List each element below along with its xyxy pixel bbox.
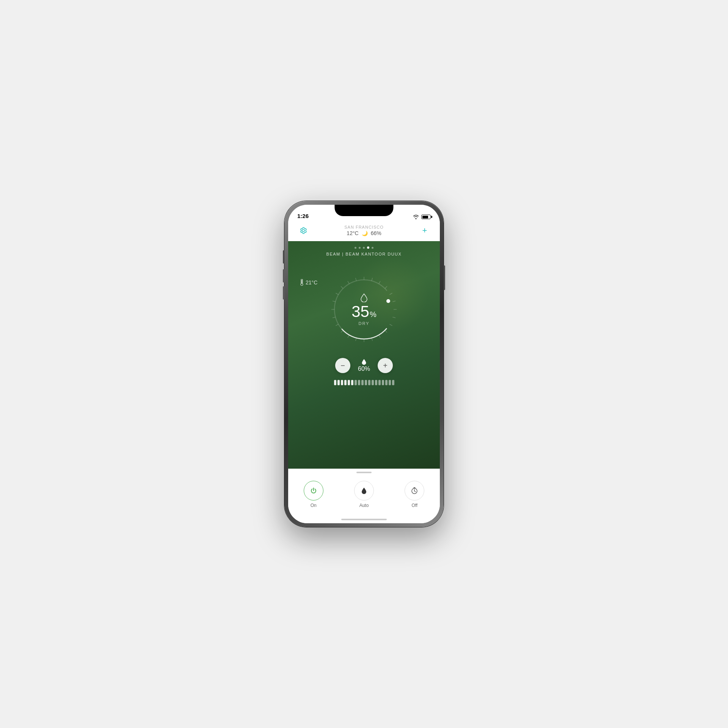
page-dot-4[interactable] bbox=[367, 246, 369, 249]
level-bar-4 bbox=[344, 380, 347, 385]
wifi-icon bbox=[413, 215, 419, 219]
temperature-reading: 21°C bbox=[300, 279, 317, 286]
add-button[interactable]: + bbox=[419, 224, 431, 237]
level-bar-9 bbox=[361, 380, 364, 385]
settings-button[interactable] bbox=[297, 224, 309, 237]
level-bar-12 bbox=[372, 380, 374, 385]
tab-off-label: Off bbox=[411, 503, 417, 508]
level-bar-2 bbox=[337, 380, 340, 385]
level-bar-3 bbox=[341, 380, 343, 385]
level-bar-13 bbox=[375, 380, 377, 385]
humidity-unit: % bbox=[370, 310, 377, 319]
weather-moon-icon: 🌙 bbox=[362, 231, 368, 236]
home-indicator bbox=[288, 516, 440, 523]
tab-on-label: On bbox=[311, 503, 317, 508]
humidity-gauge: 35 % DRY bbox=[326, 271, 402, 347]
home-bar bbox=[341, 519, 387, 520]
gauge-center: 35 % DRY bbox=[351, 293, 377, 326]
level-bar-18 bbox=[392, 380, 394, 385]
tab-off-icon-circle bbox=[405, 481, 424, 500]
status-icons bbox=[413, 215, 431, 219]
page-dot-2[interactable] bbox=[359, 247, 361, 249]
svg-point-29 bbox=[386, 299, 390, 303]
bottom-tabs: On Auto bbox=[288, 476, 440, 516]
svg-line-10 bbox=[392, 317, 395, 318]
decrement-button[interactable]: − bbox=[335, 358, 350, 373]
phone-screen: 1:26 SAN FRANCISCO bbox=[288, 205, 440, 523]
svg-line-7 bbox=[390, 293, 392, 295]
notch bbox=[335, 205, 394, 216]
weather-info: 12°C 🌙 66% bbox=[309, 230, 419, 236]
page-dot-3[interactable] bbox=[363, 247, 365, 249]
level-bar-11 bbox=[368, 380, 370, 385]
main-content: BEAM | BEAM KANTOOR DUUX 21°C bbox=[288, 241, 440, 469]
page-dots bbox=[355, 246, 373, 249]
header-center: SAN FRANCISCO 12°C 🌙 66% bbox=[309, 225, 419, 236]
tab-auto-icon-circle bbox=[354, 481, 374, 500]
level-bar-17 bbox=[389, 380, 391, 385]
tab-off[interactable]: Off bbox=[389, 481, 440, 508]
increment-button[interactable]: + bbox=[378, 358, 393, 373]
level-bars bbox=[334, 380, 394, 385]
tab-on-icon-circle bbox=[304, 481, 323, 500]
level-bar-6 bbox=[351, 380, 353, 385]
tab-auto-label: Auto bbox=[359, 503, 369, 508]
level-bar-8 bbox=[358, 380, 360, 385]
humidity-percentage: 35 bbox=[351, 304, 369, 320]
app-header: SAN FRANCISCO 12°C 🌙 66% + bbox=[288, 221, 440, 241]
tab-divider-area bbox=[288, 469, 440, 476]
humidity-controls: − 60% + bbox=[335, 358, 393, 373]
level-bar-5 bbox=[348, 380, 350, 385]
drag-handle bbox=[356, 472, 372, 473]
humidity-display: 66% bbox=[371, 230, 381, 236]
status-time: 1:26 bbox=[297, 213, 309, 219]
city-name: SAN FRANCISCO bbox=[309, 225, 419, 229]
level-bar-1 bbox=[334, 380, 336, 385]
target-humidity: 60% bbox=[358, 359, 370, 372]
device-label: BEAM | BEAM KANTOOR DUUX bbox=[326, 252, 402, 256]
temp-value: 21°C bbox=[306, 279, 317, 286]
svg-line-8 bbox=[392, 301, 395, 302]
page-dot-1[interactable] bbox=[355, 247, 356, 249]
svg-rect-2 bbox=[301, 280, 302, 283]
temperature-display: 12°C bbox=[347, 230, 358, 236]
phone-frame: 1:26 SAN FRANCISCO bbox=[284, 201, 444, 527]
humidity-status: DRY bbox=[358, 321, 369, 326]
battery-icon bbox=[421, 215, 431, 219]
level-bar-16 bbox=[385, 380, 388, 385]
target-value: 60% bbox=[358, 366, 370, 372]
level-bar-7 bbox=[355, 380, 357, 385]
svg-point-1 bbox=[301, 283, 303, 286]
svg-line-11 bbox=[390, 324, 392, 326]
tab-on[interactable]: On bbox=[288, 481, 339, 508]
tab-auto[interactable]: Auto bbox=[339, 481, 389, 508]
page-dot-5[interactable] bbox=[372, 247, 373, 249]
level-bar-10 bbox=[365, 380, 367, 385]
level-bar-15 bbox=[382, 380, 384, 385]
level-bar-14 bbox=[378, 380, 381, 385]
